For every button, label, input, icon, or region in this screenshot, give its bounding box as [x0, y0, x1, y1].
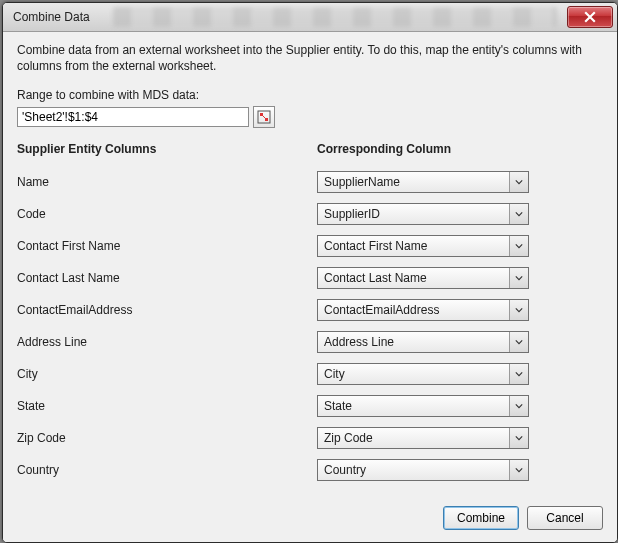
corresponding-column-combo[interactable]: Country [317, 459, 529, 481]
chevron-down-icon [515, 338, 523, 346]
dialog-body: Combine data from an external worksheet … [3, 32, 617, 542]
svg-rect-2 [265, 118, 268, 121]
mapping-row: NameSupplierName [17, 166, 603, 198]
combo-value: Zip Code [318, 431, 509, 445]
mapping-row: CityCity [17, 358, 603, 390]
combo-value: Contact First Name [318, 239, 509, 253]
mapping-row: Contact First NameContact First Name [17, 230, 603, 262]
entity-columns-header: Supplier Entity Columns [17, 142, 317, 156]
combo-arrow [509, 236, 528, 256]
combo-arrow [509, 300, 528, 320]
mapping-row: Address LineAddress Line [17, 326, 603, 358]
combo-arrow [509, 460, 528, 480]
chevron-down-icon [515, 210, 523, 218]
mapping-row: Zip CodeZip Code [17, 422, 603, 454]
corresponding-column-combo[interactable]: Contact First Name [317, 235, 529, 257]
mapping-row: Contact Last NameContact Last Name [17, 262, 603, 294]
combo-arrow [509, 172, 528, 192]
mapping-row: StateState [17, 390, 603, 422]
corresponding-column-combo[interactable]: SupplierName [317, 171, 529, 193]
combine-data-dialog: Combine Data Combine data from an extern… [2, 2, 618, 543]
svg-rect-1 [260, 113, 263, 116]
window-title: Combine Data [13, 10, 90, 24]
chevron-down-icon [515, 370, 523, 378]
combo-arrow [509, 428, 528, 448]
combo-arrow [509, 204, 528, 224]
range-row [17, 106, 603, 128]
titlebar-background [113, 7, 557, 27]
combo-value: Country [318, 463, 509, 477]
entity-column-label: Name [17, 175, 317, 189]
range-picker-button[interactable] [253, 106, 275, 128]
corresponding-column-combo[interactable]: SupplierID [317, 203, 529, 225]
mapping-rows: NameSupplierNameCodeSupplierIDContact Fi… [17, 166, 603, 486]
close-button[interactable] [567, 6, 613, 28]
corresponding-column-header: Corresponding Column [317, 142, 451, 156]
chevron-down-icon [515, 242, 523, 250]
chevron-down-icon [515, 466, 523, 474]
combo-arrow [509, 332, 528, 352]
combo-value: State [318, 399, 509, 413]
combo-value: SupplierID [318, 207, 509, 221]
description-text: Combine data from an external worksheet … [17, 42, 603, 74]
chevron-down-icon [515, 306, 523, 314]
combo-arrow [509, 396, 528, 416]
combo-value: Contact Last Name [318, 271, 509, 285]
mapping-row: ContactEmailAddressContactEmailAddress [17, 294, 603, 326]
entity-column-label: ContactEmailAddress [17, 303, 317, 317]
titlebar: Combine Data [3, 3, 617, 32]
cancel-button[interactable]: Cancel [527, 506, 603, 530]
corresponding-column-combo[interactable]: ContactEmailAddress [317, 299, 529, 321]
entity-column-label: Contact First Name [17, 239, 317, 253]
chevron-down-icon [515, 434, 523, 442]
mapping-row: CodeSupplierID [17, 198, 603, 230]
combo-arrow [509, 268, 528, 288]
close-icon [584, 11, 596, 23]
combo-value: SupplierName [318, 175, 509, 189]
chevron-down-icon [515, 402, 523, 410]
corresponding-column-combo[interactable]: City [317, 363, 529, 385]
entity-column-label: Address Line [17, 335, 317, 349]
range-input[interactable] [17, 107, 249, 127]
combo-value: Address Line [318, 335, 509, 349]
entity-column-label: Contact Last Name [17, 271, 317, 285]
dialog-footer: Combine Cancel [17, 496, 603, 542]
combo-value: ContactEmailAddress [318, 303, 509, 317]
entity-column-label: Code [17, 207, 317, 221]
range-picker-icon [257, 110, 271, 124]
corresponding-column-combo[interactable]: State [317, 395, 529, 417]
corresponding-column-combo[interactable]: Contact Last Name [317, 267, 529, 289]
column-headers: Supplier Entity Columns Corresponding Co… [17, 142, 603, 156]
chevron-down-icon [515, 178, 523, 186]
range-label: Range to combine with MDS data: [17, 88, 603, 102]
combo-value: City [318, 367, 509, 381]
corresponding-column-combo[interactable]: Zip Code [317, 427, 529, 449]
combine-button[interactable]: Combine [443, 506, 519, 530]
mapping-row: CountryCountry [17, 454, 603, 486]
entity-column-label: Zip Code [17, 431, 317, 445]
chevron-down-icon [515, 274, 523, 282]
combo-arrow [509, 364, 528, 384]
entity-column-label: State [17, 399, 317, 413]
entity-column-label: City [17, 367, 317, 381]
corresponding-column-combo[interactable]: Address Line [317, 331, 529, 353]
entity-column-label: Country [17, 463, 317, 477]
